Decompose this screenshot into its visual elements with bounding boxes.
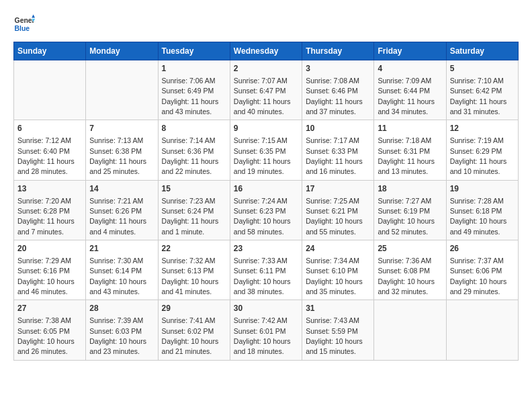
calendar-cell: 14Sunrise: 7:21 AM Sunset: 6:26 PM Dayli… (86, 180, 158, 240)
page-header: General Blue (13, 13, 519, 35)
calendar-cell: 17Sunrise: 7:25 AM Sunset: 6:21 PM Dayli… (302, 180, 374, 240)
day-number: 23 (234, 243, 298, 255)
svg-marker-2 (32, 15, 35, 18)
day-info: Sunrise: 7:08 AM Sunset: 6:46 PM Dayligh… (306, 77, 363, 116)
day-number: 4 (378, 63, 442, 75)
day-number: 19 (450, 183, 515, 195)
day-number: 7 (89, 123, 154, 134)
day-info: Sunrise: 7:17 AM Sunset: 6:33 PM Dayligh… (306, 136, 363, 175)
calendar-cell: 1Sunrise: 7:06 AM Sunset: 6:49 PM Daylig… (158, 60, 230, 120)
day-of-week-header: Friday (374, 42, 446, 60)
calendar-cell: 30Sunrise: 7:42 AM Sunset: 6:01 PM Dayli… (230, 300, 302, 360)
day-info: Sunrise: 7:14 AM Sunset: 6:36 PM Dayligh… (162, 136, 219, 175)
day-number: 16 (234, 183, 298, 195)
calendar-week-row: 1Sunrise: 7:06 AM Sunset: 6:49 PM Daylig… (14, 60, 519, 120)
calendar-body: 1Sunrise: 7:06 AM Sunset: 6:49 PM Daylig… (14, 60, 519, 361)
day-number: 6 (17, 123, 82, 134)
day-info: Sunrise: 7:32 AM Sunset: 6:13 PM Dayligh… (162, 257, 219, 295)
day-info: Sunrise: 7:07 AM Sunset: 6:47 PM Dayligh… (234, 77, 291, 116)
svg-text:General: General (15, 17, 35, 24)
day-number: 12 (450, 123, 515, 134)
calendar-table: SundayMondayTuesdayWednesdayThursdayFrid… (13, 42, 519, 361)
calendar-cell: 8Sunrise: 7:14 AM Sunset: 6:36 PM Daylig… (158, 120, 230, 180)
day-info: Sunrise: 7:33 AM Sunset: 6:11 PM Dayligh… (234, 257, 291, 295)
calendar-cell: 24Sunrise: 7:34 AM Sunset: 6:10 PM Dayli… (302, 240, 374, 300)
day-of-week-header: Thursday (302, 42, 374, 60)
day-info: Sunrise: 7:41 AM Sunset: 6:02 PM Dayligh… (162, 316, 219, 355)
day-info: Sunrise: 7:25 AM Sunset: 6:21 PM Dayligh… (306, 197, 363, 236)
calendar-cell: 28Sunrise: 7:39 AM Sunset: 6:03 PM Dayli… (86, 300, 158, 360)
calendar-cell: 19Sunrise: 7:28 AM Sunset: 6:18 PM Dayli… (446, 180, 518, 240)
day-info: Sunrise: 7:20 AM Sunset: 6:28 PM Dayligh… (17, 197, 75, 236)
day-info: Sunrise: 7:06 AM Sunset: 6:49 PM Dayligh… (162, 77, 219, 116)
day-number: 5 (450, 63, 515, 75)
day-number: 28 (89, 303, 154, 314)
day-info: Sunrise: 7:38 AM Sunset: 6:05 PM Dayligh… (17, 316, 75, 355)
day-number: 9 (234, 123, 298, 134)
logo-icon: General Blue (13, 13, 35, 35)
day-info: Sunrise: 7:39 AM Sunset: 6:03 PM Dayligh… (89, 316, 146, 355)
day-info: Sunrise: 7:23 AM Sunset: 6:24 PM Dayligh… (162, 197, 219, 236)
day-number: 20 (17, 243, 82, 255)
calendar-cell: 16Sunrise: 7:24 AM Sunset: 6:23 PM Dayli… (230, 180, 302, 240)
day-info: Sunrise: 7:28 AM Sunset: 6:18 PM Dayligh… (450, 197, 507, 236)
calendar-cell: 23Sunrise: 7:33 AM Sunset: 6:11 PM Dayli… (230, 240, 302, 300)
calendar-week-row: 27Sunrise: 7:38 AM Sunset: 6:05 PM Dayli… (14, 300, 519, 360)
day-info: Sunrise: 7:21 AM Sunset: 6:26 PM Dayligh… (89, 197, 146, 236)
day-number: 17 (306, 183, 370, 195)
calendar-cell: 29Sunrise: 7:41 AM Sunset: 6:02 PM Dayli… (158, 300, 230, 360)
day-number: 14 (89, 183, 154, 195)
day-number: 13 (17, 183, 82, 195)
day-info: Sunrise: 7:27 AM Sunset: 6:19 PM Dayligh… (378, 197, 435, 236)
calendar-cell: 25Sunrise: 7:36 AM Sunset: 6:08 PM Dayli… (374, 240, 446, 300)
calendar-cell: 7Sunrise: 7:13 AM Sunset: 6:38 PM Daylig… (86, 120, 158, 180)
calendar-cell: 9Sunrise: 7:15 AM Sunset: 6:35 PM Daylig… (230, 120, 302, 180)
calendar-week-row: 20Sunrise: 7:29 AM Sunset: 6:16 PM Dayli… (14, 240, 519, 300)
day-info: Sunrise: 7:34 AM Sunset: 6:10 PM Dayligh… (306, 257, 363, 295)
day-number: 31 (306, 303, 370, 314)
day-info: Sunrise: 7:37 AM Sunset: 6:06 PM Dayligh… (450, 257, 507, 295)
day-of-week-header: Sunday (14, 42, 86, 60)
svg-text:Blue: Blue (15, 25, 30, 32)
day-number: 8 (162, 123, 226, 134)
day-number: 18 (378, 183, 442, 195)
day-number: 29 (162, 303, 226, 314)
day-number: 30 (234, 303, 298, 314)
day-info: Sunrise: 7:12 AM Sunset: 6:40 PM Dayligh… (17, 136, 75, 175)
day-number: 1 (162, 63, 226, 75)
day-info: Sunrise: 7:36 AM Sunset: 6:08 PM Dayligh… (378, 257, 435, 295)
calendar-cell (446, 300, 518, 360)
day-number: 10 (306, 123, 370, 134)
day-info: Sunrise: 7:29 AM Sunset: 6:16 PM Dayligh… (17, 257, 75, 295)
day-info: Sunrise: 7:24 AM Sunset: 6:23 PM Dayligh… (234, 197, 291, 236)
day-info: Sunrise: 7:19 AM Sunset: 6:29 PM Dayligh… (450, 136, 507, 175)
calendar-cell (14, 60, 86, 120)
calendar-week-row: 6Sunrise: 7:12 AM Sunset: 6:40 PM Daylig… (14, 120, 519, 180)
day-info: Sunrise: 7:18 AM Sunset: 6:31 PM Dayligh… (378, 136, 435, 175)
day-number: 24 (306, 243, 370, 255)
calendar-cell: 11Sunrise: 7:18 AM Sunset: 6:31 PM Dayli… (374, 120, 446, 180)
day-number: 27 (17, 303, 82, 314)
day-info: Sunrise: 7:43 AM Sunset: 5:59 PM Dayligh… (306, 316, 363, 355)
calendar-cell: 21Sunrise: 7:30 AM Sunset: 6:14 PM Dayli… (86, 240, 158, 300)
calendar-cell: 26Sunrise: 7:37 AM Sunset: 6:06 PM Dayli… (446, 240, 518, 300)
day-number: 11 (378, 123, 442, 134)
calendar-cell: 10Sunrise: 7:17 AM Sunset: 6:33 PM Dayli… (302, 120, 374, 180)
day-info: Sunrise: 7:09 AM Sunset: 6:44 PM Dayligh… (378, 77, 435, 116)
calendar-cell: 27Sunrise: 7:38 AM Sunset: 6:05 PM Dayli… (14, 300, 86, 360)
calendar-cell: 3Sunrise: 7:08 AM Sunset: 6:46 PM Daylig… (302, 60, 374, 120)
day-of-week-header: Tuesday (158, 42, 230, 60)
day-number: 21 (89, 243, 154, 255)
calendar-cell: 2Sunrise: 7:07 AM Sunset: 6:47 PM Daylig… (230, 60, 302, 120)
calendar-cell (86, 60, 158, 120)
logo: General Blue (13, 13, 35, 35)
calendar-cell: 22Sunrise: 7:32 AM Sunset: 6:13 PM Dayli… (158, 240, 230, 300)
day-info: Sunrise: 7:42 AM Sunset: 6:01 PM Dayligh… (234, 316, 291, 355)
day-number: 26 (450, 243, 515, 255)
day-number: 2 (234, 63, 298, 75)
day-info: Sunrise: 7:13 AM Sunset: 6:38 PM Dayligh… (89, 136, 146, 175)
day-of-week-header: Wednesday (230, 42, 302, 60)
calendar-cell: 13Sunrise: 7:20 AM Sunset: 6:28 PM Dayli… (14, 180, 86, 240)
calendar-cell: 18Sunrise: 7:27 AM Sunset: 6:19 PM Dayli… (374, 180, 446, 240)
calendar-week-row: 13Sunrise: 7:20 AM Sunset: 6:28 PM Dayli… (14, 180, 519, 240)
